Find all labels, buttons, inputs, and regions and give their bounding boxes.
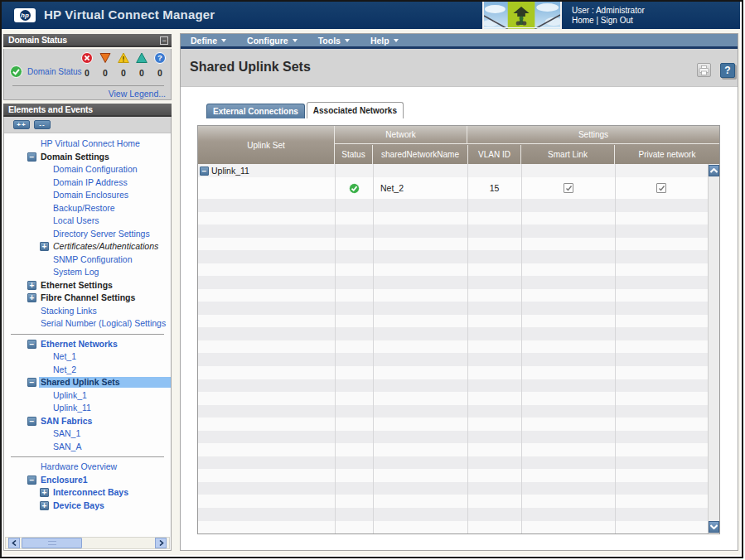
tree-item-certificates-authentications[interactable]: +Certificates/Authentications — [4, 240, 171, 253]
tree-item-san-a[interactable]: SAN_A — [4, 441, 171, 454]
table-row[interactable]: Net_2 15 — [198, 177, 708, 199]
tree-item-directory-server-settings[interactable]: Directory Server Settings — [4, 228, 171, 241]
table-group-row[interactable]: − Uplink_11 — [198, 164, 708, 177]
tree-item-uplink-11[interactable]: Uplink_11 — [4, 402, 171, 415]
collapse-icon[interactable]: − — [27, 378, 36, 387]
workspace: Domain Status − ? 00000 Domain Status Vi… — [2, 29, 740, 555]
expand-icon[interactable]: + — [27, 293, 36, 302]
column-divider — [467, 164, 468, 533]
divider — [12, 85, 164, 86]
tree-item-label: Ethernet Networks — [39, 339, 119, 350]
column-group-network: Network — [335, 126, 467, 144]
tab-external-connections[interactable]: External Connections — [206, 104, 305, 118]
vertical-scrollbar[interactable] — [708, 164, 719, 533]
tree-item-fibre-channel-settings[interactable]: +Fibre Channel Settings — [4, 292, 171, 305]
print-icon[interactable] — [697, 63, 711, 77]
tree-item-ethernet-networks[interactable]: −Ethernet Networks — [4, 338, 171, 351]
menu-help[interactable]: Help — [365, 36, 404, 46]
cell-vlan-id: 15 — [467, 177, 521, 199]
tree-item-stacking-links[interactable]: Stacking Links — [4, 305, 171, 318]
tree-item-serial-number-logical-settings[interactable]: Serial Number (Logical) Settings — [4, 317, 171, 331]
collapse-icon[interactable]: − — [27, 152, 36, 162]
collapse-all-button[interactable]: -- — [34, 120, 51, 129]
table-body: − Uplink_11 Net_2 — [198, 164, 719, 533]
tree-item-device-bays[interactable]: +Device Bays — [4, 500, 171, 513]
group-row-label: Uplink_11 — [211, 166, 249, 176]
menu-configure[interactable]: Configure — [242, 36, 302, 46]
tree-item-net-1[interactable]: Net_1 — [4, 350, 171, 364]
domain-status-link[interactable]: Domain Status — [27, 67, 82, 76]
expand-icon[interactable]: + — [40, 488, 49, 497]
expand-icon[interactable]: + — [40, 501, 49, 510]
tree-item-label: Domain Configuration — [51, 164, 139, 175]
home-link[interactable]: Home — [572, 16, 594, 25]
tree-item-system-log[interactable]: System Log — [4, 266, 171, 279]
status-icon-row: ? — [78, 52, 169, 64]
expand-icon[interactable]: + — [40, 242, 49, 251]
tree-item-label: Hardware Overview — [39, 461, 119, 472]
collapse-group-icon[interactable]: − — [200, 167, 209, 176]
warning-icon — [114, 52, 133, 64]
collapse-icon[interactable]: − — [27, 476, 36, 485]
smart-link-checkbox[interactable] — [564, 183, 573, 193]
tree-item-label: SAN_1 — [51, 428, 82, 439]
tree-item-domain-settings[interactable]: −Domain Settings — [4, 151, 171, 164]
tab-associated-networks[interactable]: Associated Networks — [307, 102, 404, 118]
menu-tools[interactable]: Tools — [313, 36, 355, 46]
tree-item-san-fabrics[interactable]: −SAN Fabrics — [4, 415, 171, 428]
tree-item-label: Enclosure1 — [39, 475, 89, 485]
chevron-down-icon — [345, 39, 350, 42]
tree-item-ethernet-settings[interactable]: +Ethernet Settings — [4, 279, 171, 292]
signout-link[interactable]: Sign Out — [601, 16, 633, 25]
view-legend-link[interactable]: View Legend... — [109, 89, 166, 99]
banner-photo — [482, 2, 562, 29]
scrollbar-thumb[interactable] — [22, 538, 82, 548]
tree-item-label: Domain Enclosures — [51, 190, 130, 200]
tree-item-domain-enclosures[interactable]: Domain Enclosures — [4, 189, 171, 202]
ok-icon — [10, 65, 22, 78]
empty-rows — [198, 199, 708, 533]
row-status-ok-icon — [349, 183, 360, 194]
column-group-settings: Settings — [467, 126, 719, 144]
elements-panel-header: Elements and Events — [3, 104, 172, 117]
scroll-up-icon[interactable] — [709, 165, 719, 176]
tree-item-domain-configuration[interactable]: Domain Configuration — [4, 163, 171, 176]
chevron-down-icon — [293, 39, 298, 42]
tree-item-hp-virtual-connect-home[interactable]: HP Virtual Connect Home — [4, 138, 171, 151]
tree-item-label: Net_1 — [51, 351, 78, 362]
tree-item-enclosure1[interactable]: −Enclosure1 — [4, 474, 171, 487]
tree-item-label: Ethernet Settings — [39, 280, 114, 291]
menu-define[interactable]: Define — [186, 36, 231, 46]
tree-item-domain-ip-address[interactable]: Domain IP Address — [4, 176, 171, 190]
title-strip: Shared Uplink Sets ? — [181, 49, 738, 87]
tree-item-label: System Log — [51, 267, 100, 278]
tree-item-label: Local Users — [51, 215, 100, 226]
tree-item-san-1[interactable]: SAN_1 — [4, 427, 171, 441]
collapse-icon[interactable]: − — [27, 340, 36, 349]
tree-item-uplink-1[interactable]: Uplink_1 — [4, 389, 171, 403]
tree-toolbar: ++ -- — [4, 117, 171, 133]
tree-item-hardware-overview[interactable]: Hardware Overview — [4, 461, 171, 474]
horizontal-scrollbar[interactable] — [5, 537, 170, 549]
tree-item-label: Certificates/Authentications — [51, 241, 160, 252]
domain-status-panel: ? 00000 Domain Status View Legend... — [3, 49, 172, 100]
domain-status-panel-header: Domain Status − — [3, 34, 172, 47]
column-divider — [335, 164, 336, 533]
tree-item-net-2[interactable]: Net_2 — [4, 364, 171, 377]
collapse-icon[interactable]: − — [27, 417, 36, 426]
tree-item-label: Domain IP Address — [51, 177, 129, 188]
expand-all-button[interactable]: ++ — [13, 120, 30, 129]
scroll-right-icon[interactable] — [155, 538, 167, 548]
tree-item-interconnect-bays[interactable]: +Interconnect Bays — [4, 486, 171, 500]
private-network-checkbox[interactable] — [656, 183, 666, 193]
status-count-row: 00000 — [78, 68, 169, 78]
scroll-left-icon[interactable] — [8, 538, 20, 548]
scroll-down-icon[interactable] — [709, 521, 719, 533]
tree-item-shared-uplink-sets[interactable]: −Shared Uplink Sets — [4, 376, 171, 389]
tree-item-local-users[interactable]: Local Users — [4, 215, 171, 228]
tree-item-backup-restore[interactable]: Backup/Restore — [4, 202, 171, 215]
help-icon[interactable]: ? — [720, 63, 735, 78]
collapse-panel-icon[interactable]: − — [160, 36, 168, 45]
tree-item-snmp-configuration[interactable]: SNMP Configuration — [4, 253, 171, 267]
expand-icon[interactable]: + — [27, 281, 36, 290]
